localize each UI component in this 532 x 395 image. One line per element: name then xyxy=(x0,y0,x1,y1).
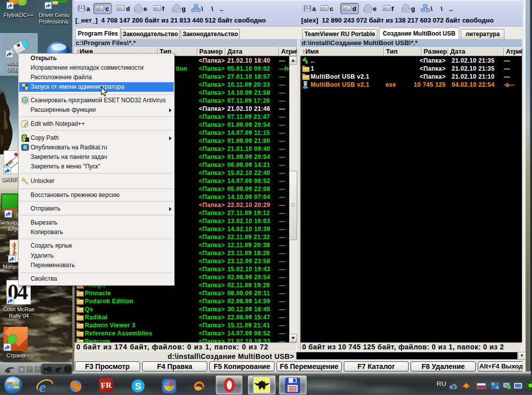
svg-text:R: R xyxy=(23,145,27,150)
svg-text:S: S xyxy=(135,381,142,391)
